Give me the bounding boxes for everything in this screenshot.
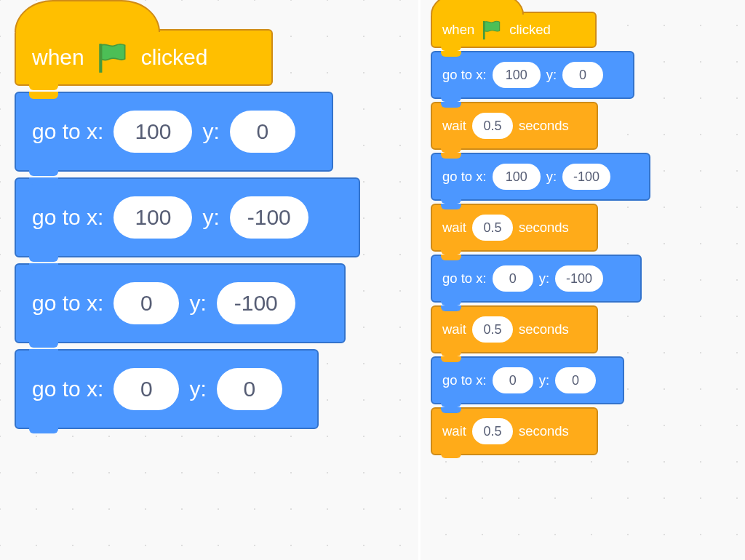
block-connector-notch (29, 263, 58, 271)
hat-top-curve (431, 0, 524, 15)
seconds-label: seconds (519, 220, 569, 236)
goto-xy-block[interactable]: go to x: 0 y: 0 (431, 356, 624, 404)
when-label: when (32, 45, 84, 70)
workspace-right: when clicked go to x: 100 y: 0 wait 0.5 … (421, 0, 745, 560)
goto-x-label: go to x: (442, 67, 487, 83)
block-connector-notch (29, 177, 58, 185)
block-connector-notch (441, 255, 461, 260)
hat-top-curve (15, 0, 160, 32)
goto-x-label: go to x: (32, 119, 103, 144)
seconds-label: seconds (519, 118, 569, 134)
y-input[interactable]: 0 (230, 111, 295, 153)
goto-xy-block[interactable]: go to x: 0 y: 0 (15, 349, 319, 429)
x-input[interactable]: 100 (113, 196, 192, 239)
clicked-label: clicked (141, 45, 208, 70)
y-label: y: (202, 119, 219, 144)
goto-xy-block[interactable]: go to x: 100 y: -100 (15, 177, 360, 257)
y-input[interactable]: 0 (555, 367, 596, 393)
y-input[interactable]: 0 (217, 368, 282, 410)
goto-xy-block[interactable]: go to x: 100 y: 0 (15, 92, 333, 172)
block-connector-notch (29, 255, 58, 262)
x-input[interactable]: 0 (493, 367, 533, 393)
block-connector-notch (29, 426, 58, 433)
wait-label: wait (442, 423, 466, 439)
wait-seconds-block[interactable]: wait 0.5 seconds (431, 407, 598, 455)
green-flag-icon (480, 18, 503, 41)
seconds-input[interactable]: 0.5 (472, 418, 513, 444)
seconds-input[interactable]: 0.5 (472, 113, 513, 139)
when-label: when (442, 22, 474, 38)
y-input[interactable]: 0 (562, 62, 603, 88)
block-connector-notch (441, 153, 461, 159)
block-connector-notch (441, 356, 461, 362)
wait-seconds-block[interactable]: wait 0.5 seconds (431, 102, 598, 150)
x-input[interactable]: 0 (113, 368, 179, 410)
x-input[interactable]: 100 (493, 62, 541, 88)
green-flag-icon (95, 39, 131, 76)
wait-seconds-block[interactable]: wait 0.5 seconds (431, 204, 598, 252)
wait-label: wait (442, 118, 466, 134)
goto-xy-block[interactable]: go to x: 0 y: -100 (15, 263, 346, 343)
seconds-label: seconds (519, 423, 569, 439)
block-connector-notch (441, 45, 461, 51)
seconds-label: seconds (519, 321, 569, 337)
block-connector-notch (441, 102, 461, 108)
y-label: y: (189, 377, 206, 401)
seconds-input[interactable]: 0.5 (472, 316, 513, 343)
goto-x-label: go to x: (442, 271, 487, 287)
clicked-label: clicked (509, 22, 551, 38)
goto-xy-block[interactable]: go to x: 100 y: -100 (431, 153, 650, 201)
block-connector-notch (441, 249, 461, 255)
y-label: y: (539, 372, 549, 388)
y-label: y: (202, 205, 219, 230)
block-connector-notch (441, 204, 461, 209)
goto-xy-block[interactable]: go to x: 100 y: 0 (431, 51, 634, 99)
block-connector-notch (441, 96, 461, 102)
goto-x-label: go to x: (442, 169, 487, 185)
block-connector-notch (441, 351, 461, 356)
block-connector-notch (29, 169, 58, 176)
goto-x-label: go to x: (32, 291, 103, 316)
y-label: y: (539, 271, 549, 287)
block-connector-notch (441, 147, 461, 153)
y-input[interactable]: -100 (217, 282, 295, 324)
script-left[interactable]: when clicked go to x: 100 y: 0 go (15, 29, 360, 429)
when-flag-clicked-block[interactable]: when clicked (431, 12, 597, 48)
block-connector-notch (29, 349, 58, 356)
y-label: y: (546, 169, 557, 185)
goto-x-label: go to x: (32, 377, 103, 401)
block-connector-notch (441, 407, 461, 413)
y-input[interactable]: -100 (230, 196, 308, 239)
seconds-input[interactable]: 0.5 (472, 215, 513, 241)
block-connector-notch (29, 92, 58, 99)
y-label: y: (546, 67, 557, 83)
x-input[interactable]: 100 (113, 111, 192, 153)
block-connector-notch (441, 452, 461, 458)
x-input[interactable]: 0 (493, 265, 533, 292)
wait-seconds-block[interactable]: wait 0.5 seconds (431, 305, 598, 353)
y-input[interactable]: -100 (555, 265, 603, 292)
workspace-left: when clicked go to x: 100 y: 0 go (0, 0, 418, 560)
wait-label: wait (442, 321, 466, 337)
when-flag-clicked-block[interactable]: when clicked (15, 29, 273, 86)
y-label: y: (189, 291, 206, 316)
block-connector-notch (441, 300, 461, 305)
block-connector-notch (441, 198, 461, 204)
block-connector-notch (29, 83, 58, 90)
block-connector-notch (441, 305, 461, 311)
goto-x-label: go to x: (442, 372, 487, 388)
wait-label: wait (442, 220, 466, 236)
script-right[interactable]: when clicked go to x: 100 y: 0 wait 0.5 … (431, 12, 650, 455)
x-input[interactable]: 0 (113, 282, 179, 324)
goto-x-label: go to x: (32, 205, 103, 230)
block-connector-notch (29, 340, 58, 348)
goto-xy-block[interactable]: go to x: 0 y: -100 (431, 255, 642, 303)
x-input[interactable]: 100 (493, 164, 541, 190)
block-connector-notch (441, 51, 461, 57)
y-input[interactable]: -100 (562, 164, 610, 190)
block-connector-notch (441, 401, 461, 407)
